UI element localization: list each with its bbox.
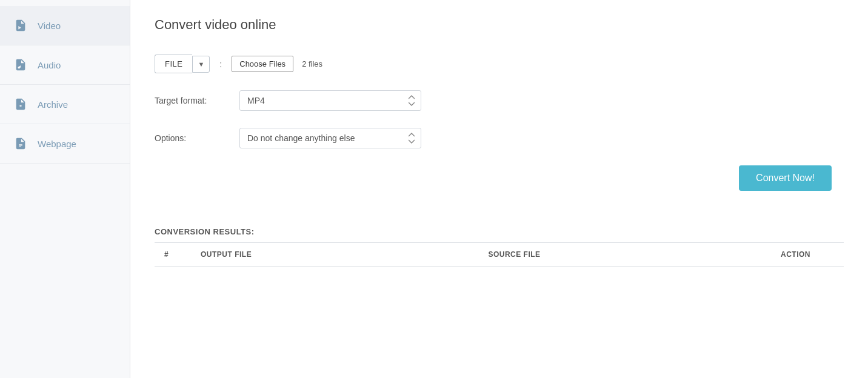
webpage-icon bbox=[12, 135, 29, 152]
target-format-select[interactable]: MP4 AVI MOV MKV WMV FLV WEBM bbox=[239, 90, 421, 111]
col-header-hash: # bbox=[155, 243, 191, 267]
archive-icon bbox=[12, 96, 29, 113]
sidebar-item-label: Webpage bbox=[38, 139, 76, 149]
col-header-output: OUTPUT FILE bbox=[191, 243, 478, 267]
options-label: Options: bbox=[155, 133, 239, 143]
target-format-label: Target format: bbox=[155, 96, 239, 105]
results-section: CONVERSION RESULTS: # OUTPUT FILE SOURCE… bbox=[155, 227, 844, 267]
audio-icon bbox=[12, 56, 29, 73]
sidebar-item-webpage[interactable]: Webpage bbox=[0, 124, 130, 164]
sidebar-item-video[interactable]: Video bbox=[0, 6, 130, 45]
options-row: Options: Do not change anything else Cus… bbox=[155, 128, 844, 148]
sidebar-item-label: Archive bbox=[38, 99, 68, 110]
page-title: Convert video online bbox=[155, 17, 844, 33]
results-table: # OUTPUT FILE SOURCE FILE ACTION bbox=[155, 242, 844, 267]
options-select[interactable]: Do not change anything else Custom setti… bbox=[239, 128, 421, 148]
main-content: Convert video online FILE ▼ : Choose Fil… bbox=[130, 0, 868, 378]
sidebar-item-label: Audio bbox=[38, 60, 61, 70]
col-header-action: ACTION bbox=[771, 243, 844, 267]
files-count: 2 files bbox=[302, 59, 322, 68]
sidebar: Video Audio Archive Webpage bbox=[0, 0, 130, 378]
col-header-source: SOURCE FILE bbox=[478, 243, 771, 267]
form-section: FILE ▼ : Choose Files 2 files Target for… bbox=[155, 55, 844, 148]
file-separator: : bbox=[219, 59, 222, 69]
sidebar-item-archive[interactable]: Archive bbox=[0, 85, 130, 124]
video-icon bbox=[12, 17, 29, 34]
file-btn-main[interactable]: FILE bbox=[155, 55, 192, 73]
choose-files-button[interactable]: Choose Files bbox=[232, 56, 293, 72]
results-title: CONVERSION RESULTS: bbox=[155, 227, 844, 236]
file-row: FILE ▼ : Choose Files 2 files bbox=[155, 55, 844, 73]
file-btn-group: FILE ▼ bbox=[155, 55, 210, 73]
convert-now-button[interactable]: Convert Now! bbox=[739, 165, 832, 191]
sidebar-item-label: Video bbox=[38, 21, 61, 31]
target-format-row: Target format: MP4 AVI MOV MKV WMV FLV W… bbox=[155, 90, 844, 111]
sidebar-item-audio[interactable]: Audio bbox=[0, 45, 130, 85]
file-dropdown-btn[interactable]: ▼ bbox=[192, 56, 210, 73]
file-input-group: FILE ▼ : Choose Files 2 files bbox=[155, 55, 322, 73]
table-header-row: # OUTPUT FILE SOURCE FILE ACTION bbox=[155, 243, 844, 267]
